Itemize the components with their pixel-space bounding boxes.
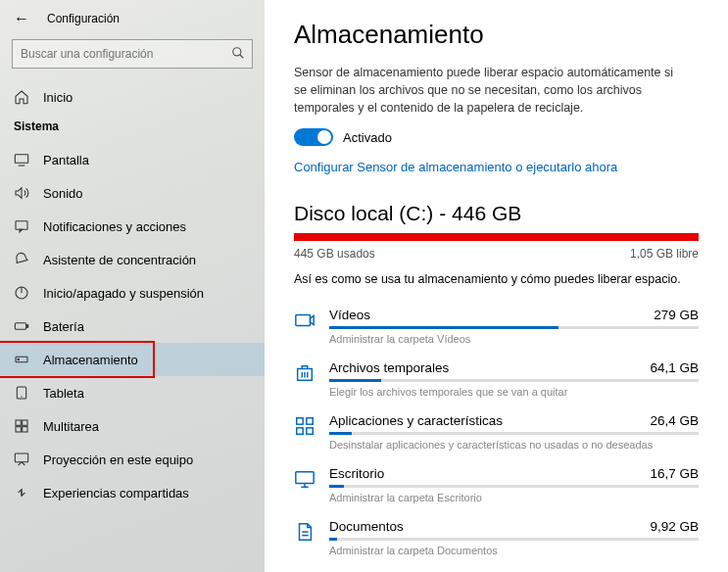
category-body: Aplicaciones y características26,4 GBDes…: [329, 413, 699, 451]
category-bar: [329, 326, 699, 329]
svg-marker-4: [16, 188, 22, 199]
category-size: 26,4 GB: [650, 413, 699, 428]
sidebar-item-label: Notificaciones y acciones: [43, 219, 186, 234]
window-title: Configuración: [47, 12, 120, 25]
category-sublabel: Administrar la carpeta Documentos: [329, 545, 699, 556]
storage-sense-toggle-row: Activado: [294, 128, 699, 146]
search-box[interactable]: [12, 39, 253, 69]
sidebar-item-projecting[interactable]: Proyección en este equipo: [0, 443, 265, 476]
sidebar-item-label: Inicio: [43, 90, 73, 105]
configure-storage-sense-link[interactable]: Configurar Sensor de almacenamiento o ej…: [294, 160, 617, 174]
category-bar: [329, 538, 699, 541]
projecting-icon: [14, 452, 29, 467]
sidebar-item-notifications[interactable]: Notificaciones y acciones: [0, 210, 265, 243]
disk-usage-bar: [294, 233, 699, 241]
sidebar-item-multitask[interactable]: Multitarea: [0, 409, 265, 443]
apps-icon: [294, 415, 315, 437]
storage-sense-toggle[interactable]: [294, 128, 333, 146]
svg-rect-26: [307, 418, 313, 424]
svg-rect-17: [16, 427, 21, 432]
sidebar-item-home[interactable]: Inicio: [0, 80, 265, 114]
sidebar-item-label: Tableta: [43, 386, 84, 401]
sidebar-item-focus[interactable]: Asistente de concentración: [0, 243, 265, 276]
disk-title: Disco local (C:) - 446 GB: [294, 202, 699, 225]
sidebar-item-shared[interactable]: Experiencias compartidas: [0, 476, 265, 509]
sidebar-item-label: Inicio/apagado y suspensión: [43, 286, 204, 301]
category-body: Archivos temporales64,1 GBElegir los arc…: [329, 360, 699, 398]
home-icon: [14, 89, 29, 105]
svg-line-1: [240, 55, 244, 59]
sidebar-item-label: Asistente de concentración: [43, 253, 196, 267]
sidebar-item-label: Experiencias compartidas: [43, 486, 189, 500]
sidebar-header: ← Configuración: [0, 10, 265, 39]
category-videos[interactable]: Vídeos279 GBAdministrar la carpeta Vídeo…: [294, 300, 699, 353]
category-name: Documentos: [329, 519, 404, 534]
category-size: 16,7 GB: [650, 466, 699, 481]
document-icon: [294, 521, 315, 543]
svg-rect-28: [307, 428, 313, 434]
back-arrow-icon[interactable]: ←: [14, 10, 29, 27]
svg-rect-16: [23, 420, 27, 425]
disk-usage-meta: 445 GB usados 1,05 GB libre: [294, 247, 699, 261]
tablet-icon: [14, 385, 29, 401]
category-bar: [329, 432, 699, 435]
svg-rect-5: [16, 221, 27, 230]
category-temp-files[interactable]: Archivos temporales64,1 GBElegir los arc…: [294, 353, 699, 405]
svg-rect-20: [296, 315, 311, 326]
sidebar-item-label: Almacenamiento: [43, 353, 138, 367]
desktop-icon: [294, 468, 315, 490]
video-icon: [294, 310, 315, 331]
trash-icon: [294, 362, 315, 384]
sidebar-item-battery[interactable]: Batería: [0, 310, 265, 343]
sidebar-item-storage[interactable]: Almacenamiento: [0, 343, 265, 376]
category-name: Vídeos: [329, 308, 370, 322]
svg-rect-10: [26, 325, 27, 328]
category-size: 279 GB: [654, 308, 699, 322]
disk-used-label: 445 GB usados: [294, 247, 375, 261]
category-name: Archivos temporales: [329, 360, 449, 375]
sound-icon: [14, 185, 29, 201]
category-bar: [329, 379, 699, 382]
sidebar: ← Configuración Inicio Sistema Pantalla …: [0, 0, 265, 572]
storage-sense-description: Sensor de almacenamiento puede liberar e…: [294, 64, 686, 117]
category-size: 9,92 GB: [650, 519, 699, 534]
category-sublabel: Desinstalar aplicaciones y característic…: [329, 439, 699, 451]
svg-rect-27: [297, 428, 303, 434]
svg-rect-25: [297, 418, 303, 424]
category-apps[interactable]: Aplicaciones y características26,4 GBDes…: [294, 405, 699, 458]
toggle-label: Activado: [343, 130, 392, 145]
category-list: Vídeos279 GBAdministrar la carpeta Vídeo…: [294, 300, 699, 564]
main-content: Almacenamiento Sensor de almacenamiento …: [265, 0, 728, 572]
svg-rect-2: [15, 155, 27, 164]
category-sublabel: Elegir los archivos temporales que se va…: [329, 386, 699, 398]
category-body: Escritorio16,7 GBAdministrar la carpeta …: [329, 466, 699, 503]
svg-rect-15: [16, 420, 21, 425]
sidebar-item-sound[interactable]: Sonido: [0, 176, 265, 210]
sidebar-item-tablet[interactable]: Tableta: [0, 376, 265, 409]
sidebar-item-power[interactable]: Inicio/apagado y suspensión: [0, 276, 265, 310]
svg-rect-29: [296, 472, 314, 484]
category-size: 64,1 GB: [650, 360, 699, 375]
shared-icon: [14, 485, 29, 500]
search-icon: [231, 46, 245, 60]
display-icon: [14, 152, 29, 167]
multitask-icon: [14, 418, 29, 434]
svg-marker-6: [20, 229, 23, 232]
battery-icon: [14, 318, 29, 334]
sidebar-item-label: Pantalla: [43, 153, 89, 167]
sidebar-item-display[interactable]: Pantalla: [0, 143, 265, 176]
storage-icon: [14, 352, 29, 367]
sidebar-item-label: Batería: [43, 319, 84, 334]
search-input[interactable]: [12, 39, 253, 69]
notifications-icon: [14, 218, 29, 234]
sidebar-item-label: Sonido: [43, 186, 82, 201]
category-desktop[interactable]: Escritorio16,7 GBAdministrar la carpeta …: [294, 458, 699, 511]
category-sublabel: Administrar la carpeta Escritorio: [329, 492, 699, 503]
category-documents[interactable]: Documentos9,92 GBAdministrar la carpeta …: [294, 511, 699, 564]
disk-free-label: 1,05 GB libre: [630, 247, 699, 261]
focus-assist-icon: [14, 252, 29, 267]
category-name: Aplicaciones y características: [329, 413, 503, 428]
sidebar-item-label: Proyección en este equipo: [43, 453, 193, 467]
page-title: Almacenamiento: [294, 20, 699, 50]
sidebar-item-label: Multitarea: [43, 419, 99, 434]
